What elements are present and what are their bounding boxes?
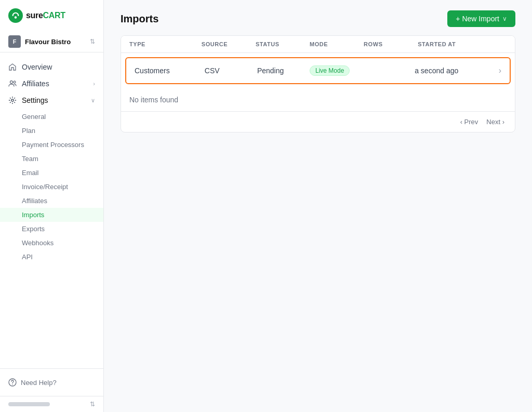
gear-icon	[8, 96, 17, 104]
sub-nav-payment-processors[interactable]: Payment Processors	[0, 138, 103, 152]
store-bottom-bar	[8, 402, 50, 406]
sub-nav-email[interactable]: Email	[0, 166, 103, 180]
store-name: Flavour Bistro	[25, 38, 90, 46]
row-arrow-icon: ›	[485, 66, 501, 75]
store-avatar: F	[8, 35, 21, 48]
new-import-chevron-icon: ∨	[502, 15, 507, 22]
col-header-mode: MODE	[310, 41, 364, 47]
main-header: Imports + New Import ∨	[104, 0, 532, 35]
logo-text: sureCART	[26, 11, 65, 20]
affiliates-arrow-icon: ›	[93, 81, 95, 87]
sub-nav-imports[interactable]: Imports	[0, 208, 103, 222]
col-header-type: TYPE	[129, 41, 202, 47]
main-content: Imports + New Import ∨ TYPE SOURCE STATU…	[104, 0, 532, 412]
store-switcher-chevron-icon: ⇅	[90, 38, 95, 45]
users-icon	[8, 79, 17, 88]
surecart-logo-icon	[8, 8, 23, 23]
col-header-actions	[490, 41, 507, 47]
svg-point-4	[11, 99, 14, 101]
store-bottom-switcher[interactable]: ⇅	[0, 396, 103, 412]
sidebar-item-overview[interactable]: Overview	[0, 59, 103, 75]
sidebar-item-settings[interactable]: Settings ∨	[0, 92, 103, 109]
sub-nav-api[interactable]: API	[0, 250, 103, 264]
mode-badge: Live Mode	[310, 65, 350, 76]
new-import-button[interactable]: + New Import ∨	[447, 10, 515, 27]
help-circle-icon	[8, 378, 17, 387]
page-title: Imports	[121, 13, 158, 25]
svg-point-1	[15, 16, 17, 18]
pagination: ‹ Prev Next ›	[121, 111, 515, 132]
main-nav: Overview Affiliates › Settings	[0, 57, 103, 368]
sub-nav-team[interactable]: Team	[0, 152, 103, 166]
settings-label: Settings	[22, 96, 86, 104]
table-row[interactable]: Customers CSV Pending Live Mode a second…	[125, 57, 511, 84]
row-source: CSV	[205, 67, 257, 75]
col-header-rows: ROWS	[364, 41, 418, 47]
settings-sub-nav: General Plan Payment Processors Team Ema…	[0, 109, 103, 266]
svg-point-3	[14, 81, 16, 83]
home-icon	[8, 63, 17, 71]
sidebar-item-affiliates[interactable]: Affiliates ›	[0, 75, 103, 92]
row-status: Pending	[257, 67, 310, 75]
svg-point-2	[10, 81, 13, 84]
sidebar: sureCART F Flavour Bistro ⇅ Overview	[0, 0, 104, 412]
no-items-text: No items found	[121, 88, 515, 111]
need-help[interactable]: Need Help?	[8, 375, 95, 390]
pagination-next[interactable]: Next ›	[484, 117, 507, 127]
logo: sureCART	[0, 0, 103, 31]
row-started-at: a second ago	[415, 67, 485, 75]
row-mode: Live Mode	[310, 65, 362, 76]
settings-arrow-icon: ∨	[91, 97, 95, 104]
col-header-status: STATUS	[256, 41, 310, 47]
row-type: Customers	[135, 67, 205, 75]
store-switcher[interactable]: F Flavour Bistro ⇅	[0, 31, 103, 52]
new-import-label: + New Import	[456, 15, 499, 23]
overview-label: Overview	[22, 63, 95, 71]
main-body: TYPE SOURCE STATUS MODE ROWS STARTED AT …	[104, 35, 532, 412]
sub-nav-general[interactable]: General	[0, 110, 103, 124]
sub-nav-plan[interactable]: Plan	[0, 124, 103, 138]
sub-nav-webhooks[interactable]: Webhooks	[0, 236, 103, 250]
col-header-source: SOURCE	[202, 41, 256, 47]
need-help-label: Need Help?	[21, 379, 57, 387]
sub-nav-invoice-receipt[interactable]: Invoice/Receipt	[0, 180, 103, 194]
pagination-prev[interactable]: ‹ Prev	[458, 117, 481, 127]
affiliates-label: Affiliates	[22, 79, 88, 88]
table-header: TYPE SOURCE STATUS MODE ROWS STARTED AT	[121, 36, 515, 53]
svg-point-6	[12, 384, 12, 384]
sidebar-footer: Need Help?	[0, 368, 103, 396]
store-bottom-chevron-icon: ⇅	[90, 401, 95, 408]
svg-point-0	[8, 8, 23, 23]
sub-nav-exports[interactable]: Exports	[0, 222, 103, 236]
sub-nav-affiliates[interactable]: Affiliates	[0, 194, 103, 208]
imports-table: TYPE SOURCE STATUS MODE ROWS STARTED AT …	[121, 35, 515, 132]
col-header-started-at: STARTED AT	[418, 41, 490, 47]
